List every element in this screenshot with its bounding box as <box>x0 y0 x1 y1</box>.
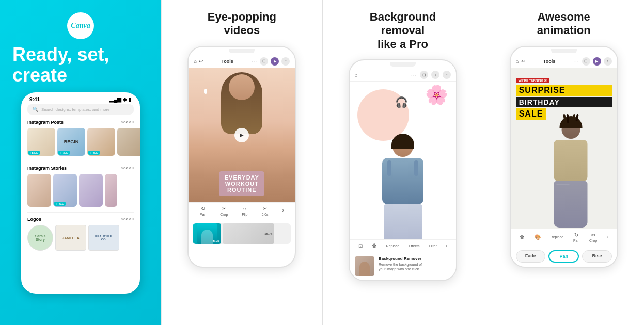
post-thumb-1[interactable]: FREE <box>27 128 55 156</box>
toolbar-title: Tools <box>222 59 233 64</box>
delete-tool[interactable]: 🗑 <box>372 243 377 249</box>
anim-bottom-toolbar: 🗑 🎨 Replace ↻ Pan ✂ Crop › <box>511 229 617 246</box>
animation-phone: ⌂ ↩ Tools ··· ⊡ ▶ ↑ <box>510 46 618 268</box>
effects-tool[interactable]: Effects <box>409 244 419 248</box>
logos-thumbnails: Sara'sStory JAMEELA BEAUTIFULCO. <box>21 225 140 256</box>
frame-tool[interactable]: ⊡ <box>358 243 363 249</box>
anim-text-overlay: WE'RE TURNING 3! SURPRISE BIRTHDAY SALE <box>516 74 612 120</box>
video-main-image: ▶ EVERYDAYWORKOUTROUTINE <box>189 68 295 202</box>
timeline-clip-1[interactable]: 5.0s <box>193 223 221 244</box>
instagram-stories-header: Instagram Stories See all <box>21 166 140 174</box>
anim-more-icon[interactable]: ··· <box>573 58 579 64</box>
videos-toolbar: ⌂ ↩ Tools ··· ⊡ ▶ ↑ <box>189 55 295 68</box>
anim-more-tool[interactable]: › <box>607 235 608 239</box>
filter-tool[interactable]: Filter <box>429 244 437 248</box>
bg-removal-panel: Backgroundremovallike a Pro ⌂ ··· ⊡ ↓ ↑ … <box>322 0 483 325</box>
instagram-posts-thumbnails: FREE BEGIN FREE FREE <box>21 128 140 161</box>
video-play-button[interactable]: ▶ <box>234 128 249 142</box>
bg-download-icon[interactable]: ↓ <box>431 71 439 79</box>
logo-thumb-1[interactable]: Sara'sStory <box>27 225 53 251</box>
instagram-stories-thumbnails: FREE <box>21 174 140 212</box>
anim-share-icon[interactable]: ↑ <box>604 57 612 66</box>
canva-logo-text: Canva <box>71 22 90 30</box>
videos-phone: ⌂ ↩ Tools ··· ⊡ ▶ ↑ ▶ EVERYDAYWORKOUTROU… <box>187 46 296 268</box>
bg-remover-description: Remove the background ofyour image with … <box>379 262 451 271</box>
phone-search-bar[interactable]: 🔍 Search designs, templates, and more <box>27 104 134 115</box>
home-icon[interactable]: ⌂ <box>194 58 197 64</box>
anim-image-area: WE'RE TURNING 3! SURPRISE BIRTHDAY SALE <box>511 68 617 229</box>
bg-toolbar-left: ⌂ <box>355 72 358 78</box>
post-thumb-4[interactable] <box>117 128 140 156</box>
replace-tool[interactable]: Replace <box>386 244 400 248</box>
story-thumb-2[interactable]: FREE <box>53 174 77 207</box>
animation-buttons: Fade Pan Rise <box>511 246 617 267</box>
instagram-posts-see-all[interactable]: See all <box>121 120 134 125</box>
post-thumb-2[interactable]: BEGIN FREE <box>57 128 85 156</box>
more-tool[interactable]: › <box>446 244 447 248</box>
bg-more-icon[interactable]: ··· <box>411 72 417 78</box>
pan-tool[interactable]: ↻ Pan <box>200 206 206 216</box>
video-bottom-toolbar: ↻ Pan ✂ Crop ↔ Flip ✂ 5.0s › <box>189 202 295 219</box>
begin-text: BEGIN <box>64 139 79 144</box>
instagram-posts-label: Instagram Posts <box>27 120 64 125</box>
logos-see-all[interactable]: See all <box>121 217 134 222</box>
instagram-posts-header: Instagram Posts See all <box>21 120 140 128</box>
bg-remover-panel: Background Remover Remove the background… <box>350 252 456 280</box>
bg-bottom-toolbar: ⊡ 🗑 Replace Effects Filter › <box>350 239 456 252</box>
instagram-stories-label: Instagram Stories <box>27 166 67 171</box>
story-thumb-3[interactable] <box>79 174 103 207</box>
flip-tool[interactable]: ↔ Flip <box>242 206 247 216</box>
free-badge-3: FREE <box>88 151 100 155</box>
animation-panel: Awesomeanimation ⌂ ↩ Tools ··· ⊡ ▶ ↑ <box>483 0 644 325</box>
bg-removal-title: Backgroundremovallike a Pro <box>370 10 436 51</box>
bg-home-icon[interactable]: ⌂ <box>355 72 358 78</box>
search-placeholder-text: Search designs, templates, and more <box>41 107 110 112</box>
more-icon[interactable]: ··· <box>252 58 257 64</box>
video-timeline-track: 5.0s 15.7s <box>193 223 291 244</box>
logo-thumb-3[interactable]: BEAUTIFULCO. <box>88 225 119 251</box>
story-thumb-1[interactable] <box>27 174 51 207</box>
toolbar-icons-right: ··· ⊡ ▶ ↑ <box>252 57 290 66</box>
bg-frame-icon[interactable]: ⊡ <box>420 71 428 79</box>
anim-person <box>547 120 594 229</box>
anim-pan-tool[interactable]: ↻ Pan <box>573 232 579 242</box>
phone-time: 9:41 <box>29 96 40 102</box>
duration-tool[interactable]: ✂ 5.0s <box>261 206 268 216</box>
anim-frame-icon[interactable]: ⊡ <box>582 57 590 66</box>
anim-home-icon[interactable]: ⌂ <box>516 58 519 64</box>
more-tools[interactable]: › <box>282 207 284 214</box>
share-icon[interactable]: ↑ <box>281 57 290 66</box>
flower-decoration: 🌸 <box>425 84 448 106</box>
anim-play-icon[interactable]: ▶ <box>593 57 601 66</box>
birthday-tag: WE'RE TURNING 3! <box>516 78 549 83</box>
bg-share-icon[interactable]: ↑ <box>443 71 451 79</box>
crop-tool[interactable]: ✂ Crop <box>220 206 228 216</box>
fade-button[interactable]: Fade <box>516 250 545 263</box>
story-thumb-4[interactable] <box>105 174 117 207</box>
phone-mockup: 9:41 ▂▄▆ ◆ ▮ 🔍 Search designs, templates… <box>21 92 140 294</box>
anim-crop-tool[interactable]: ✂ Crop <box>589 232 597 242</box>
bg-toolbar: ⌂ ··· ⊡ ↓ ↑ <box>350 69 456 82</box>
logo-thumb-2[interactable]: JAMEELA <box>55 225 86 251</box>
anim-back-icon[interactable]: ↩ <box>521 58 525 64</box>
anim-color-tool[interactable]: 🎨 <box>535 234 541 240</box>
phone-status-bar: 9:41 ▂▄▆ ◆ ▮ <box>21 92 140 104</box>
rise-button[interactable]: Rise <box>582 250 611 263</box>
free-badge-1: FREE <box>28 151 40 155</box>
pan-button[interactable]: Pan <box>548 250 579 263</box>
play-icon[interactable]: ▶ <box>271 57 279 66</box>
free-badge-story: FREE <box>54 202 66 206</box>
bg-remover-title: Background Remover <box>379 256 451 261</box>
timeline-clip-2[interactable]: 15.7s <box>223 223 274 244</box>
bg-remover-text: Background Remover Remove the background… <box>379 256 451 271</box>
logos-header: Logos See all <box>21 217 140 225</box>
frame-icon[interactable]: ⊡ <box>260 57 268 66</box>
back-icon[interactable]: ↩ <box>199 58 203 64</box>
anim-delete-tool[interactable]: 🗑 <box>520 234 525 240</box>
instagram-stories-see-all[interactable]: See all <box>121 166 134 171</box>
video-overlay-text: EVERYDAYWORKOUTROUTINE <box>219 171 264 196</box>
hero-panel: Canva Ready, set,create 9:41 ▂▄▆ ◆ ▮ 🔍 S… <box>0 0 161 325</box>
search-icon: 🔍 <box>33 107 38 112</box>
post-thumb-3[interactable]: FREE <box>87 128 115 156</box>
anim-replace-tool[interactable]: Replace <box>550 235 563 239</box>
